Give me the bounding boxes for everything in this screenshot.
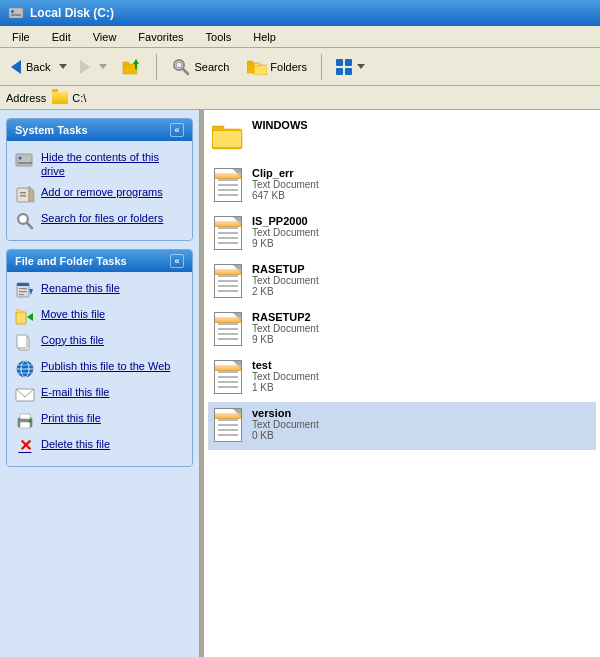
menu-help[interactable]: Help	[249, 29, 280, 45]
menu-file[interactable]: File	[8, 29, 34, 45]
folder-icon	[212, 117, 244, 157]
menu-favorites[interactable]: Favorites	[134, 29, 187, 45]
menu-view[interactable]: View	[89, 29, 121, 45]
task-rename[interactable]: Rename this file	[15, 278, 184, 304]
file-name: IS_PP2000	[252, 215, 319, 227]
svg-point-2	[11, 10, 14, 13]
back-arrow-icon	[11, 60, 21, 74]
address-bar: Address C:\	[0, 86, 600, 110]
task-print[interactable]: Print this file	[15, 408, 184, 434]
file-name: version	[252, 407, 319, 419]
svg-rect-26	[17, 283, 29, 286]
system-tasks-header[interactable]: System Tasks «	[7, 119, 192, 141]
notepad-icon	[212, 165, 244, 205]
task-delete[interactable]: ✕ Delete this file	[15, 434, 184, 460]
task-copy-label: Copy this file	[41, 333, 104, 347]
svg-point-17	[19, 157, 22, 160]
search-files-icon	[15, 211, 35, 231]
file-size: 9 KB	[252, 334, 319, 345]
address-label: Address	[6, 92, 46, 104]
view-icon	[336, 59, 352, 75]
up-button[interactable]	[115, 53, 149, 81]
file-info: test Text Document 1 KB	[252, 357, 319, 393]
file-item[interactable]: IS_PP2000 Text Document 9 KB	[208, 210, 596, 258]
toolbar: Back Search	[0, 48, 600, 86]
view-button[interactable]	[329, 55, 372, 79]
file-list: WINDOWS	[208, 114, 596, 450]
window-title: Local Disk (C:)	[30, 6, 114, 20]
file-size: 2 KB	[252, 286, 319, 297]
svg-rect-16	[18, 162, 32, 164]
task-email-label: E-mail this file	[41, 385, 109, 399]
right-panel: WINDOWS	[204, 110, 600, 657]
file-item[interactable]: RASETUP Text Document 2 KB	[208, 258, 596, 306]
file-item[interactable]: RASETUP2 Text Document 9 KB	[208, 306, 596, 354]
address-path: C:\	[72, 92, 86, 104]
svg-rect-43	[20, 414, 30, 419]
file-item[interactable]: version Text Document 0 KB	[208, 402, 596, 450]
forward-button[interactable]	[75, 56, 95, 78]
address-folder-icon	[52, 92, 68, 104]
forward-chevron-icon	[99, 64, 107, 69]
task-hide-contents[interactable]: Hide the contents of this drive	[15, 147, 184, 182]
file-size: 1 KB	[252, 382, 319, 393]
svg-line-9	[183, 69, 188, 74]
file-info: RASETUP2 Text Document 9 KB	[252, 309, 319, 345]
main-content: System Tasks « Hide the contents of this…	[0, 110, 600, 657]
file-folder-tasks-header[interactable]: File and Folder Tasks «	[7, 250, 192, 272]
menu-bar: File Edit View Favorites Tools Help	[0, 26, 600, 48]
task-publish[interactable]: Publish this file to the Web	[15, 356, 184, 382]
toolbar-separator-2	[321, 54, 322, 80]
svg-rect-44	[20, 422, 30, 428]
file-name: WINDOWS	[252, 119, 308, 131]
file-item[interactable]: WINDOWS	[208, 114, 596, 162]
menu-edit[interactable]: Edit	[48, 29, 75, 45]
task-print-label: Print this file	[41, 411, 101, 425]
svg-rect-12	[247, 61, 253, 64]
publish-icon	[15, 359, 35, 379]
folders-icon	[247, 59, 267, 75]
svg-rect-35	[17, 335, 27, 348]
notepad-icon	[212, 309, 244, 349]
file-folder-tasks-section: File and Folder Tasks «	[6, 249, 193, 467]
svg-rect-6	[135, 64, 137, 69]
svg-rect-47	[212, 126, 224, 131]
back-dropdown-button[interactable]	[55, 58, 71, 75]
svg-rect-1	[11, 14, 21, 16]
svg-rect-15	[16, 154, 32, 166]
folders-button[interactable]: Folders	[240, 55, 314, 79]
search-button[interactable]: Search	[164, 53, 236, 81]
file-size: 0 KB	[252, 430, 319, 441]
task-rename-label: Rename this file	[41, 281, 120, 295]
file-item[interactable]: Clip_err Text Document 647 KB	[208, 162, 596, 210]
file-info: IS_PP2000 Text Document 9 KB	[252, 213, 319, 249]
forward-dropdown-button[interactable]	[95, 58, 111, 75]
svg-rect-0	[9, 8, 23, 18]
copy-icon	[15, 333, 35, 353]
system-tasks-collapse-icon[interactable]: «	[170, 123, 184, 137]
svg-rect-48	[213, 131, 241, 147]
task-move[interactable]: Move this file	[15, 304, 184, 330]
back-button[interactable]: Back	[6, 56, 55, 78]
svg-marker-19	[29, 186, 34, 202]
file-type: Text Document	[252, 419, 319, 430]
search-icon	[171, 57, 191, 77]
task-publish-label: Publish this file to the Web	[41, 359, 170, 373]
file-info: version Text Document 0 KB	[252, 405, 319, 441]
task-copy[interactable]: Copy this file	[15, 330, 184, 356]
back-button-group: Back	[6, 56, 71, 78]
task-email[interactable]: E-mail this file	[15, 382, 184, 408]
file-name: RASETUP2	[252, 311, 319, 323]
svg-rect-41	[16, 389, 34, 401]
file-type: Text Document	[252, 179, 319, 190]
up-folder-icon	[122, 57, 142, 77]
file-folder-tasks-collapse-icon[interactable]: «	[170, 254, 184, 268]
task-search-files[interactable]: Search for files or folders	[15, 208, 184, 234]
file-name: test	[252, 359, 319, 371]
menu-tools[interactable]: Tools	[202, 29, 236, 45]
file-folder-tasks-body: Rename this file Move this file	[7, 272, 192, 466]
system-tasks-section: System Tasks « Hide the contents of this…	[6, 118, 193, 241]
task-add-remove[interactable]: Add or remove programs	[15, 182, 184, 208]
file-item[interactable]: test Text Document 1 KB	[208, 354, 596, 402]
folders-label: Folders	[270, 61, 307, 73]
